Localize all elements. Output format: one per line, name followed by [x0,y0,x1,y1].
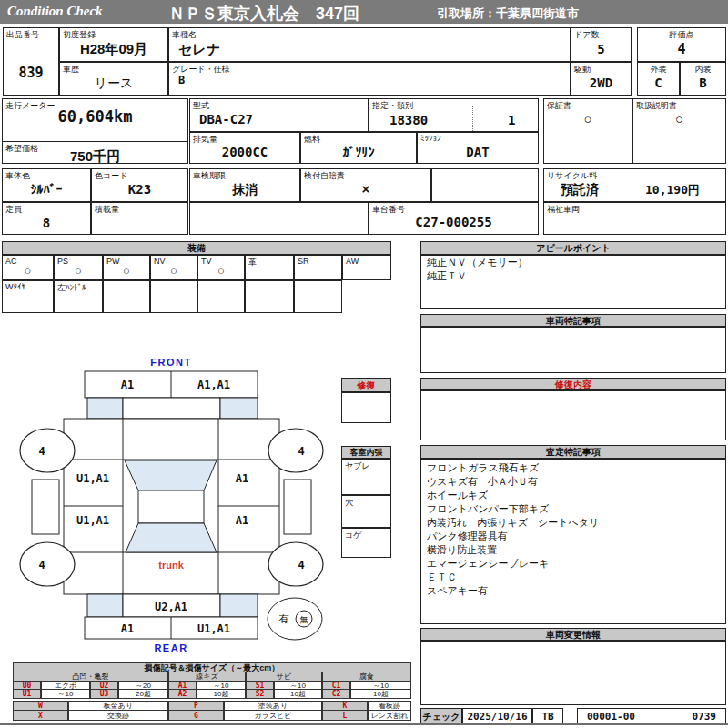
accident-badge [268,598,322,640]
cell-history: 車歴 リース [59,62,168,96]
owners-manual-value: ○ [633,111,725,126]
cell-fuel: 燃料 ｶﾞｿﾘﾝ [300,132,417,164]
cell-first-registration: 初度登録 H28年09月 [59,27,168,62]
insurance-value: × [301,181,430,197]
model-name-label: 車種名 [172,29,197,41]
auction-condition-sheet: Condition Check ＮＰＳ東京入札会 347回 引取場所：千葉県四街… [0,0,728,728]
repair-content-body [420,390,726,440]
assessment-line: ホイールキズ [421,489,725,502]
cell-chassis-number: 車台番号 C27-000255 [369,202,539,235]
welfare-vehicle-label: 福祉車両 [547,204,580,216]
chassis-number-value: C27-000255 [369,215,538,229]
change-info-body [420,641,726,705]
check-inspector-cell: TB [532,708,563,723]
cell-model-code: 型式 DBA-C27 [189,98,369,132]
equipment-extra-6 [245,280,294,313]
accident-no-label: 無 [300,615,308,624]
odometer-area: 走行メーター 60,604km [3,99,187,126]
check-label: チェック [421,711,461,723]
recycle-fee-status: 預託済 [561,182,599,198]
transmission-value: DAT [418,145,538,159]
interior-grade-value: B [681,76,725,90]
legend-val-c2: 10超 [350,689,411,699]
legend-code-l: L [322,710,368,721]
equipment-cell-ps: PS ○ [54,255,103,280]
score-label: 評価点 [638,29,725,41]
price-value: 750千円 [3,148,187,166]
inspection-expiry-value: 抹消 [190,182,299,198]
rear-gate-mark: U2,A1 [155,601,187,613]
tire-front-right-mark: 4 [298,445,304,458]
change-info-header: 車両変更情報 [420,628,726,641]
wheel-front-left [20,429,75,472]
check-date: 2025/10/16 [463,711,531,723]
cell-drive: 駆動 2WD [571,62,632,96]
legend-val-u3: 20超 [118,689,168,699]
appeal-body: 純正ＮＶ（メモリー） 純正ＴＶ [420,255,726,309]
equipment-cell-leather: 革 [245,255,294,280]
taillight-right [220,594,258,617]
first-registration-label: 初度登録 [63,29,96,41]
equipment-extra-7 [294,280,342,313]
front-grille [123,398,220,419]
recycle-fee-amount: 10,190円 [645,182,700,198]
equipment-extra-5 [197,280,245,313]
equipment-ps-value: ○ [55,264,102,278]
equipment-extra-wtire: Wﾀｲﾔ [2,280,54,313]
cell-owners-manual: 取扱説明書 ○ [632,98,726,164]
odometer-spacer [3,126,187,142]
front-bumper-right-mark: A1,A1 [197,379,230,391]
legend-val-g: ガラスヒビ [224,710,322,721]
repair-content-header: 修復内容 [420,378,726,390]
roof [138,490,204,523]
equipment-extra-3 [103,280,150,313]
bottom-rule [0,723,728,725]
side-step-left [32,480,59,534]
appeal-line: 純正ＮＶ（メモリー） [421,256,725,269]
headlight-right [220,398,258,419]
vehicle-notes-header: 車両特記事項 [420,314,726,327]
assessment-line: フロントガラス飛石キズ [421,461,725,475]
wheel-rear-left [20,542,75,586]
assessment-line: 横滑り防止装置 [421,543,725,557]
lot-number-label: 出品番号 [6,29,39,41]
cell-color-code: 色コード K23 [91,168,188,202]
doors-value: 5 [571,42,631,56]
displacement-value: 2000CC [190,145,299,159]
cell-lot-number: 出品番号 839 [3,27,59,96]
assessment-line: エマージェンシーブレーキ [421,557,725,571]
auction-title: ＮＰＳ東京入札会 347回 [168,3,359,25]
front-label: FRONT [150,357,191,368]
cell-body-color: 車体色 ｼﾙﾊﾞｰ [2,168,91,202]
check-label-cell: チェック [420,708,462,723]
legend-code-c2: C2 [322,689,350,699]
left-rear-panel-mark: U1,A1 [76,514,109,527]
drive-label: 駆動 [574,64,591,76]
legend-code-u1: U1 [13,689,41,699]
check-inspector: TB [533,711,562,723]
warranty-value: ○ [544,111,632,126]
tire-front-left-mark: 4 [38,445,45,458]
equipment-extra-4 [150,280,197,313]
assessment-line: 内装汚れ 内張りキズ シートヘタリ [421,516,725,530]
equipment-cell-ac: AC ○ [2,255,54,280]
capacity-value: 8 [3,216,90,230]
model-code-value: DBA-C27 [190,112,368,126]
color-code-label: 色コード [95,170,127,182]
assessment-body: フロントガラス飛石キズ ウスキズ有 小Ａ小Ｕ有 ホイールキズ フロントバンパー下… [420,459,726,624]
pickup-location: 引取場所：千葉県四街道市 [437,5,579,22]
windshield [125,460,217,490]
check-number: 0739 [693,711,717,723]
cell-displacement: 排気量 2000CC [189,132,300,164]
equipment-lhd-label: 左ﾊﾝﾄﾞﾙ [57,282,86,294]
legend-val-s2: 10超 [274,689,322,699]
cell-exterior-grade: 外装 C [637,62,680,96]
equipment-ac-value: ○ [3,264,53,278]
equipment-aw-label: AW [346,257,359,266]
wheel-rear-right [268,542,323,586]
cell-transmission: ﾐｯｼｮﾝ DAT [417,132,539,164]
model-code-label: 型式 [193,100,209,112]
rear-label: REAR [154,642,187,653]
tire-rear-left-mark: 4 [38,559,45,571]
left-front-panel-mark: U1,A1 [76,472,109,485]
